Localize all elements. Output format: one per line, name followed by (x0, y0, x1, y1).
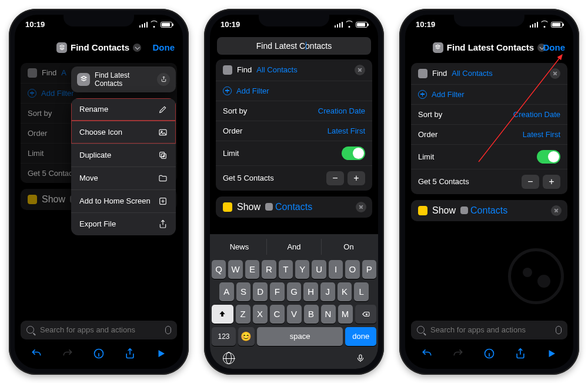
stepper-minus[interactable]: − (326, 171, 344, 185)
add-filter-button[interactable]: Add Filter (432, 90, 465, 99)
menu-duplicate[interactable]: Duplicate (71, 144, 176, 166)
key-Y[interactable]: Y (295, 260, 309, 279)
menu-move[interactable]: Move (71, 166, 176, 189)
key-D[interactable]: D (253, 282, 268, 301)
key-H[interactable]: H (303, 282, 318, 301)
share-button[interactable] (157, 73, 170, 86)
remove-action-button[interactable] (355, 65, 365, 75)
menu-export[interactable]: Export File (71, 212, 176, 235)
bottom-toolbar (405, 343, 573, 364)
signal-icon (530, 22, 539, 28)
key-S[interactable]: S (236, 282, 251, 301)
globe-icon[interactable] (223, 352, 235, 364)
svg-rect-6 (359, 355, 362, 359)
play-button[interactable] (155, 347, 168, 360)
menu-choose-icon[interactable]: Choose Icon (71, 121, 176, 144)
123-key[interactable]: 123 (212, 327, 236, 346)
context-title: Find Latest Contacts (95, 71, 152, 88)
find-value[interactable]: All Contacts (256, 65, 297, 74)
key-O[interactable]: O (345, 260, 359, 279)
key-Z[interactable]: Z (236, 305, 250, 324)
suggestion[interactable]: On (322, 239, 376, 255)
key-F[interactable]: F (270, 282, 285, 301)
suggestion-bar[interactable]: News And On (210, 237, 378, 258)
phone-3: 10:19 Find Latest Contacts Done Find All… (399, 9, 579, 375)
menu-add-home[interactable]: Add to Home Screen (71, 189, 176, 212)
sort-by-label: Sort by (28, 109, 52, 118)
info-button[interactable] (483, 347, 496, 360)
key-A[interactable]: A (219, 282, 234, 301)
key-K[interactable]: K (338, 282, 352, 301)
key-B[interactable]: B (304, 305, 319, 324)
wifi-icon (540, 22, 549, 28)
key-I[interactable]: I (329, 260, 343, 279)
space-key[interactable]: space (257, 327, 343, 346)
key-C[interactable]: C (270, 305, 285, 324)
key-P[interactable]: P (362, 260, 376, 279)
key-U[interactable]: U (312, 260, 326, 279)
key-L[interactable]: L (354, 282, 369, 301)
limit-toggle[interactable] (342, 146, 365, 160)
done-button[interactable]: Done (543, 42, 566, 52)
stepper-plus[interactable]: + (543, 175, 560, 189)
undo-button[interactable] (420, 347, 433, 360)
add-filter-button[interactable]: Add Filter (41, 89, 74, 98)
key-E[interactable]: E (245, 260, 259, 279)
key-J[interactable]: J (320, 282, 335, 301)
keyboard[interactable]: News And On QWERTYUIOP ASDFGHJKL ZXCVBNM… (210, 234, 378, 369)
order-value[interactable]: Latest First (523, 130, 560, 139)
search-bar[interactable] (21, 321, 177, 339)
title-edit-field[interactable]: Find Latest Contacts (217, 37, 371, 55)
find-value[interactable]: All Contacts (452, 69, 492, 78)
stepper-minus[interactable]: − (522, 175, 539, 189)
context-menu: Find Latest Contacts Rename Choose Icon … (71, 66, 176, 235)
key-W[interactable]: W (228, 260, 242, 279)
shortcut-title-menu[interactable]: Find Contacts (56, 42, 141, 53)
add-filter-button[interactable]: Add Filter (236, 86, 269, 95)
backspace-key[interactable] (355, 305, 377, 324)
info-button[interactable] (92, 347, 105, 360)
show-action[interactable]: Show Contacts (216, 197, 372, 218)
wifi-icon (345, 22, 353, 28)
shortcut-title-menu[interactable]: Find Latest Contacts (433, 42, 546, 53)
search-input[interactable] (39, 325, 161, 335)
key-T[interactable]: T (279, 260, 293, 279)
image-icon (158, 128, 168, 137)
remove-action-button[interactable] (356, 202, 366, 212)
undo-button[interactable] (30, 347, 43, 360)
share-button[interactable] (514, 347, 527, 360)
duplicate-icon (158, 151, 168, 160)
mic-icon[interactable] (165, 326, 171, 334)
mic-icon[interactable] (556, 326, 562, 334)
keyboard-done-key[interactable]: done (345, 327, 376, 346)
key-G[interactable]: G (287, 282, 302, 301)
key-Q[interactable]: Q (212, 260, 226, 279)
key-X[interactable]: X (253, 305, 268, 324)
limit-toggle[interactable] (537, 150, 560, 164)
search-bar[interactable] (411, 321, 567, 339)
stepper-plus[interactable]: + (348, 171, 365, 185)
suggestion[interactable]: And (267, 239, 322, 255)
done-button[interactable]: Done (153, 42, 175, 52)
shift-key[interactable] (212, 305, 233, 324)
share-button[interactable] (123, 347, 136, 360)
play-button[interactable] (545, 347, 558, 360)
dictation-icon[interactable] (356, 352, 365, 364)
emoji-key[interactable]: 😊 (238, 327, 255, 346)
redo-button (61, 347, 74, 360)
menu-rename[interactable]: Rename (71, 98, 176, 121)
order-value[interactable]: Latest First (328, 126, 365, 135)
show-action[interactable]: Show Contacts (411, 200, 567, 221)
remove-action-button[interactable] (551, 205, 562, 216)
sort-value[interactable]: Creation Date (513, 110, 560, 119)
key-M[interactable]: M (338, 305, 353, 324)
sort-value[interactable]: Creation Date (318, 106, 365, 115)
show-icon (418, 206, 427, 215)
search-input[interactable] (429, 325, 551, 335)
suggestion[interactable]: News (212, 239, 267, 255)
key-V[interactable]: V (287, 305, 302, 324)
key-N[interactable]: N (321, 305, 336, 324)
find-value[interactable]: A (61, 68, 66, 77)
remove-action-button[interactable] (550, 68, 560, 79)
key-R[interactable]: R (262, 260, 276, 279)
